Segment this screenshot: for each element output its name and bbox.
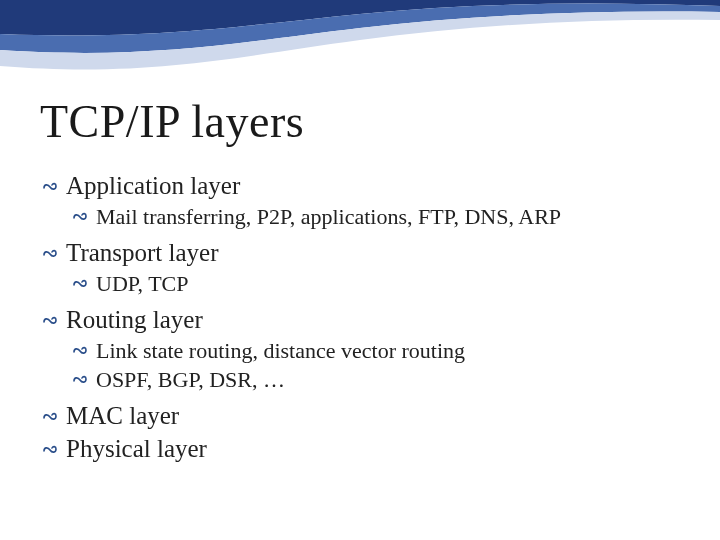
bullet-icon xyxy=(42,400,60,431)
item-label: UDP, TCP xyxy=(96,271,189,296)
item-label: MAC layer xyxy=(66,402,179,429)
bullet-icon xyxy=(42,170,60,201)
slide: TCP/IP layers Application layer Mail tra… xyxy=(0,0,720,540)
item-label: Transport layer xyxy=(66,239,219,266)
list-item: UDP, TCP xyxy=(72,270,680,298)
sub-list: Mail transferring, P2P, applications, FT… xyxy=(42,203,680,231)
bullet-icon xyxy=(42,304,60,335)
list-item: Physical layer xyxy=(42,433,680,464)
item-label: OSPF, BGP, DSR, … xyxy=(96,367,285,392)
sub-list: Link state routing, distance vector rout… xyxy=(42,337,680,394)
bullet-icon xyxy=(42,433,60,464)
item-label: Application layer xyxy=(66,172,240,199)
item-label: Link state routing, distance vector rout… xyxy=(96,338,465,363)
list-item: Mail transferring, P2P, applications, FT… xyxy=(72,203,680,231)
bullet-icon xyxy=(72,366,90,394)
list-item: Transport layer UDP, TCP xyxy=(42,237,680,298)
bullet-icon xyxy=(72,270,90,298)
list-item: MAC layer xyxy=(42,400,680,431)
list-item: Routing layer Link state routing, distan… xyxy=(42,304,680,394)
item-label: Mail transferring, P2P, applications, FT… xyxy=(96,204,561,229)
slide-title: TCP/IP layers xyxy=(40,95,680,148)
bullet-icon xyxy=(42,237,60,268)
list-item: Application layer Mail transferring, P2P… xyxy=(42,170,680,231)
list-item: Link state routing, distance vector rout… xyxy=(72,337,680,365)
bullet-list: Application layer Mail transferring, P2P… xyxy=(40,170,680,464)
item-label: Physical layer xyxy=(66,435,207,462)
bullet-icon xyxy=(72,337,90,365)
sub-list: UDP, TCP xyxy=(42,270,680,298)
list-item: OSPF, BGP, DSR, … xyxy=(72,366,680,394)
item-label: Routing layer xyxy=(66,306,203,333)
slide-content: TCP/IP layers Application layer Mail tra… xyxy=(0,0,720,464)
bullet-icon xyxy=(72,203,90,231)
